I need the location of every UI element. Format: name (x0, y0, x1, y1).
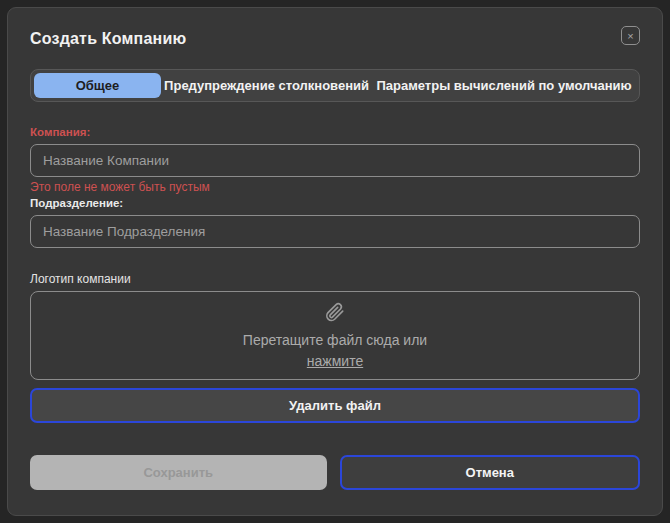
logo-dropzone[interactable]: Перетащите файл сюда или нажмите (30, 291, 640, 380)
dialog-title: Создать Компанию (30, 26, 186, 48)
company-name-input[interactable] (30, 144, 640, 177)
create-company-dialog: Создать Компанию × Общее Предупреждение … (7, 7, 663, 516)
tab-collision-warning[interactable]: Предупреждение столкновений (161, 73, 372, 98)
tab-default-calculation-params[interactable]: Параметры вычислений по умолчанию (372, 73, 636, 98)
company-label: Компания: (30, 126, 640, 139)
dropzone-click-link[interactable]: нажмите (307, 350, 363, 372)
dialog-footer: Сохранить Отмена (30, 455, 640, 490)
tab-bar: Общее Предупреждение столкновений Параме… (30, 69, 640, 102)
dropzone-text: Перетащите файл сюда или (243, 330, 427, 350)
division-name-input[interactable] (30, 215, 640, 248)
save-button[interactable]: Сохранить (30, 455, 327, 490)
logo-label: Логотип компании (30, 273, 640, 286)
tab-general[interactable]: Общее (34, 73, 161, 98)
division-label: Подразделение: (30, 197, 640, 210)
close-button[interactable]: × (621, 26, 640, 45)
remove-file-button[interactable]: Удалить файл (30, 388, 640, 423)
cancel-button[interactable]: Отмена (340, 455, 641, 490)
close-icon: × (627, 30, 633, 42)
dialog-header: Создать Компанию × (30, 26, 640, 48)
company-error-message: Это поле не может быть пустым (30, 180, 640, 194)
paperclip-icon (324, 300, 346, 328)
